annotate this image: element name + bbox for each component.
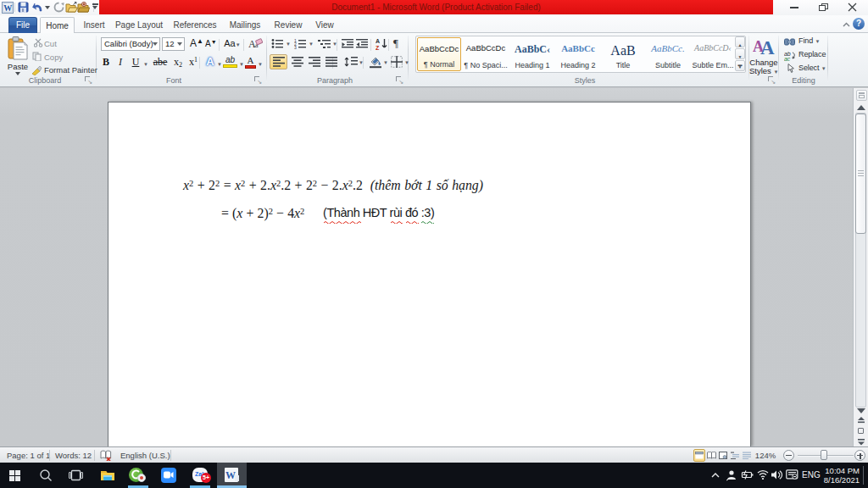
svg-text:ac: ac (784, 56, 791, 61)
svg-text:A: A (376, 38, 380, 44)
svg-text:3: 3 (294, 45, 297, 49)
svg-text:Z: Z (376, 45, 380, 50)
svg-text:A: A (760, 37, 775, 55)
svg-text:W: W (3, 3, 12, 13)
